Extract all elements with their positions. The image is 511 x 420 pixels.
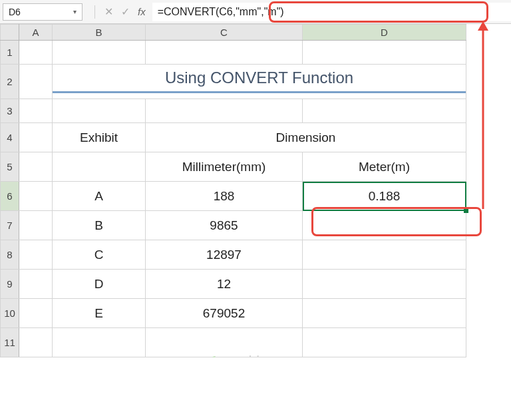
cell-C7[interactable]: 9865	[146, 211, 303, 240]
header-exhibit[interactable]: Exhibit	[53, 123, 146, 152]
cell-A5[interactable]	[19, 152, 53, 182]
formula-text: =CONVERT(C6,"mm","m")	[158, 6, 284, 18]
name-box[interactable]: D6 ▾	[3, 3, 83, 21]
cell-A7[interactable]	[19, 211, 53, 240]
row-header-8[interactable]: 8	[1, 240, 19, 270]
cell-D9[interactable]	[303, 270, 466, 299]
row-header-9[interactable]: 9	[1, 270, 19, 299]
row-header-7[interactable]: 7	[1, 211, 19, 240]
cell-B6[interactable]: A	[53, 182, 146, 211]
cell-D6[interactable]: 0.188	[303, 182, 466, 211]
cell-B3[interactable]	[53, 99, 146, 123]
cell-A4[interactable]	[19, 123, 53, 152]
cell-title[interactable]: Using CONVERT Function	[53, 65, 466, 99]
formula-bar[interactable]: =CONVERT(C6,"mm","m")	[152, 3, 511, 21]
cell-B5[interactable]	[53, 152, 146, 182]
select-all-corner[interactable]	[1, 25, 19, 41]
cell-B11[interactable]	[53, 328, 146, 357]
cell-A2[interactable]	[19, 65, 53, 99]
name-box-value: D6	[9, 7, 21, 17]
formula-enter-icon[interactable]: ✓	[117, 5, 134, 18]
row-header-10[interactable]: 10	[1, 299, 19, 328]
row-header-2[interactable]: 2	[1, 65, 19, 99]
row-header-6[interactable]: 6	[1, 182, 19, 211]
toolbar: D6 ▾ ✕ ✓ fx =CONVERT(C6,"mm","m")	[0, 0, 511, 24]
cell-A1[interactable]	[19, 41, 53, 65]
cell-A10[interactable]	[19, 299, 53, 328]
fx-icon[interactable]: fx	[138, 6, 146, 17]
col-header-A[interactable]: A	[19, 25, 53, 41]
cell-A3[interactable]	[19, 99, 53, 123]
cell-C10[interactable]: 679052	[146, 299, 303, 328]
cell-D3[interactable]	[303, 99, 466, 123]
cell-D1[interactable]	[303, 41, 466, 65]
spreadsheet-grid: A B C D 1 2 Using CONVERT Function 3 4 E…	[0, 24, 466, 357]
subheader-mm[interactable]: Millimeter(mm)	[146, 152, 303, 182]
annotation-arrow	[471, 20, 498, 214]
row-header-1[interactable]: 1	[1, 41, 19, 65]
cell-D10[interactable]	[303, 299, 466, 328]
cell-B8[interactable]: C	[53, 240, 146, 270]
cell-B9[interactable]: D	[53, 270, 146, 299]
cell-D11[interactable]	[303, 328, 466, 357]
divider	[94, 5, 95, 19]
chevron-down-icon[interactable]: ▾	[73, 8, 77, 15]
row-header-11[interactable]: 11	[1, 328, 19, 357]
cell-A8[interactable]	[19, 240, 53, 270]
row-header-5[interactable]: 5	[1, 152, 19, 182]
subheader-m[interactable]: Meter(m)	[303, 152, 466, 182]
cell-C8[interactable]: 12897	[146, 240, 303, 270]
row-header-3[interactable]: 3	[1, 99, 19, 123]
formula-cancel-icon[interactable]: ✕	[100, 5, 117, 18]
header-dimension[interactable]: Dimension	[146, 123, 466, 152]
col-header-D[interactable]: D	[303, 25, 466, 41]
cell-C1[interactable]	[146, 41, 303, 65]
cell-B1[interactable]	[53, 41, 146, 65]
cell-D7[interactable]	[303, 211, 466, 240]
row-header-4[interactable]: 4	[1, 123, 19, 152]
cell-A11[interactable]	[19, 328, 53, 357]
cell-B7[interactable]: B	[53, 211, 146, 240]
page-title: Using CONVERT Function	[53, 69, 466, 93]
col-header-B[interactable]: B	[53, 25, 146, 41]
cell-C9[interactable]: 12	[146, 270, 303, 299]
col-header-C[interactable]: C	[146, 25, 303, 41]
cell-C6[interactable]: 188	[146, 182, 303, 211]
cell-A6[interactable]	[19, 182, 53, 211]
cell-D8[interactable]	[303, 240, 466, 270]
cell-A9[interactable]	[19, 270, 53, 299]
cell-B10[interactable]: E	[53, 299, 146, 328]
cell-C11[interactable]	[146, 328, 303, 357]
cell-C3[interactable]	[146, 99, 303, 123]
